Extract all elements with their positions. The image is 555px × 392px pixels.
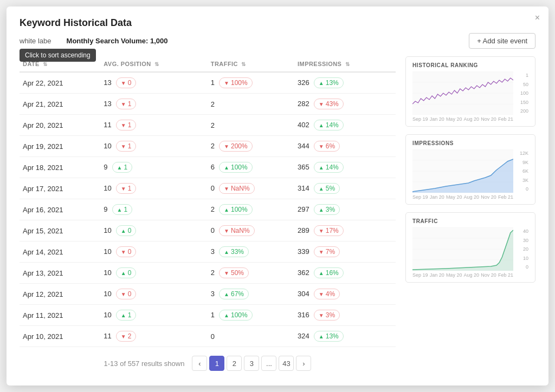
imp-badge: ▲ 14% — [314, 120, 344, 130]
modal-title: Keyword Historical Data — [20, 17, 535, 29]
cell-impressions: 339▼ 7% — [294, 241, 396, 263]
traffic-badge: ▼ NaN% — [219, 225, 255, 236]
page-2[interactable]: 2 — [227, 356, 242, 371]
pagination-info: 1-13 of 557 results shown — [104, 360, 185, 368]
cell-avg-position: 10▲ 0 — [100, 220, 208, 241]
cell-traffic: 3▲ 67% — [208, 284, 294, 305]
cell-date: Apr 12, 2021 — [20, 284, 100, 305]
page-3[interactable]: 3 — [244, 356, 259, 371]
pos-badge: ▲ 1 — [116, 310, 137, 321]
imp-badge: ▼ 6% — [314, 141, 340, 152]
col-avg-position[interactable]: AVG. Position ⇅ — [100, 56, 208, 72]
imp-badge: ▼ 4% — [314, 289, 340, 299]
table-row: Apr 18, 20219▲ 16▲ 100%365▲ 14% — [20, 157, 396, 178]
cell-avg-position: 13▼ 1 — [100, 94, 208, 115]
cell-date: Apr 10, 2021 — [20, 326, 100, 347]
pos-badge: ▼ 0 — [116, 246, 137, 257]
cell-avg-position: 10▲ 1 — [100, 305, 208, 326]
imp-badge: ▼ 3% — [314, 310, 340, 321]
traffic-badge: ▲ 100% — [219, 204, 253, 215]
traffic-badge: ▲ 67% — [219, 289, 249, 299]
imp-badge: ▼ 17% — [314, 225, 344, 236]
imp-badge: ▲ 14% — [314, 162, 344, 173]
cell-traffic: 0 — [208, 326, 294, 347]
col-traffic[interactable]: TRAFFIC ⇅ — [208, 56, 294, 72]
imp-badge: ▲ 5% — [314, 183, 340, 194]
cell-traffic: 2▲ 100% — [208, 199, 294, 220]
cell-avg-position: 10▼ 1 — [100, 136, 208, 157]
table-row: Apr 15, 202110▲ 00▼ NaN%289▼ 17% — [20, 220, 396, 241]
cell-avg-position: 11▼ 1 — [100, 115, 208, 136]
pos-badge: ▼ 1 — [116, 120, 137, 130]
page-1[interactable]: 1 — [209, 356, 224, 371]
traffic-badge: ▲ 100% — [219, 310, 253, 321]
traffic-badge: ▼ NaN% — [219, 183, 255, 194]
cell-traffic: 2 — [208, 94, 294, 115]
traffic-y-labels: 40 30 20 10 0 — [513, 227, 528, 271]
cell-impressions: 314▲ 5% — [294, 178, 396, 199]
cell-impressions: 402▲ 14% — [294, 115, 396, 136]
ranking-x-labels: Sep 19 Jan 20 May 20 Aug 20 Nov 20 Feb 2… — [412, 116, 528, 122]
cell-traffic: 3▲ 33% — [208, 241, 294, 263]
impressions-x-labels: Sep 19 Jan 20 May 20 Aug 20 Nov 20 Feb 2… — [412, 194, 528, 200]
cell-impressions: 289▼ 17% — [294, 220, 396, 241]
table-row: Apr 17, 202110▼ 10▼ NaN%314▲ 5% — [20, 178, 396, 199]
data-table: DATE ⇅ AVG. Position ⇅ TRAFFIC ⇅ IMPRESS… — [20, 56, 396, 347]
cell-traffic: 2▼ 200% — [208, 136, 294, 157]
historical-ranking-title: HISTORICAL RANKING — [412, 62, 528, 68]
cell-date: Apr 20, 2021 — [20, 115, 100, 136]
cell-impressions: 365▲ 14% — [294, 157, 396, 178]
cell-traffic: 2▼ 50% — [208, 263, 294, 284]
impressions-svg — [412, 149, 513, 193]
impressions-chart: 12K 9K 6K 3K 0 — [412, 149, 528, 193]
cell-date: Apr 22, 2021 — [20, 72, 100, 94]
cell-avg-position: 9▲ 1 — [100, 199, 208, 220]
pagination: 1-13 of 557 results shown ‹ 1 2 3 ... 43… — [20, 356, 396, 371]
cell-traffic: 6▲ 100% — [208, 157, 294, 178]
cell-impressions: 344▼ 6% — [294, 136, 396, 157]
cell-date: Apr 14, 2021 — [20, 241, 100, 263]
cell-impressions: 326▲ 13% — [294, 72, 396, 94]
traffic-badge: ▲ 100% — [219, 162, 253, 173]
imp-badge: ▲ 13% — [314, 331, 344, 342]
cell-traffic: 2 — [208, 115, 294, 136]
imp-badge: ▼ 43% — [314, 99, 344, 109]
page-next[interactable]: › — [296, 356, 311, 371]
ranking-y-labels: 1 50 100 150 200 — [513, 71, 528, 115]
traffic-x-labels: Sep 19 Jan 20 May 20 Aug 20 Nov 20 Feb 2… — [412, 272, 528, 278]
table-row: Apr 21, 202113▼ 12282▼ 43% — [20, 94, 396, 115]
cell-date: Apr 13, 2021 — [20, 263, 100, 284]
sort-tooltip: Click to sort ascending — [20, 49, 96, 62]
close-button[interactable]: × — [535, 13, 540, 23]
impressions-chart-title: IMPRESSIONS — [412, 140, 528, 146]
historical-ranking-card: HISTORICAL RANKING — [405, 56, 535, 127]
page-prev[interactable]: ‹ — [192, 356, 207, 371]
cell-date: Apr 16, 2021 — [20, 199, 100, 220]
pos-badge: ▼ 2 — [116, 331, 137, 342]
cell-date: Apr 11, 2021 — [20, 305, 100, 326]
cell-avg-position: 11▼ 2 — [100, 326, 208, 347]
modal-container: × Keyword Historical Data white labe Cli… — [7, 6, 548, 386]
table-row: Apr 22, 202113▼ 01▼ 100%326▲ 13% — [20, 72, 396, 94]
monthly-search: Monthly Search Volume: 1,000 — [67, 37, 168, 45]
pos-badge: ▲ 0 — [116, 225, 137, 236]
cell-traffic: 1▲ 100% — [208, 305, 294, 326]
col-impressions[interactable]: IMPRESSIONS ⇅ — [294, 56, 396, 72]
pos-badge: ▲ 1 — [112, 204, 133, 215]
traffic-chart: 40 30 20 10 0 — [412, 227, 528, 271]
cell-traffic: 0▼ NaN% — [208, 178, 294, 199]
traffic-badge: ▼ 200% — [219, 141, 253, 152]
keyword-label: white labe Click to sort ascending — [20, 37, 51, 45]
imp-badge: ▲ 3% — [314, 204, 340, 215]
page-43[interactable]: 43 — [279, 356, 294, 371]
traffic-card: TRAFFIC 40 30 — [405, 212, 535, 283]
cell-impressions: 297▲ 3% — [294, 199, 396, 220]
traffic-badge: ▼ 50% — [219, 267, 249, 278]
traffic-badge: ▼ 100% — [219, 77, 253, 88]
add-site-button[interactable]: + Add site event — [469, 33, 535, 49]
cell-avg-position: 9▲ 1 — [100, 157, 208, 178]
cell-impressions: 304▼ 4% — [294, 284, 396, 305]
cell-date: Apr 21, 2021 — [20, 94, 100, 115]
cell-avg-position: 13▼ 0 — [100, 72, 208, 94]
traffic-chart-title: TRAFFIC — [412, 218, 528, 224]
